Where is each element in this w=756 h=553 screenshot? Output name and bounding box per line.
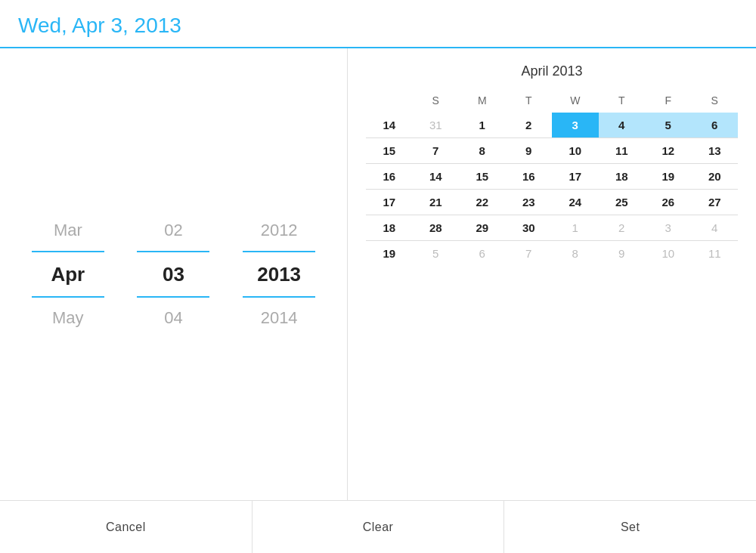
calendar-week-row: 19567891011 bbox=[366, 241, 738, 267]
calendar-day[interactable]: 5 bbox=[413, 241, 460, 267]
day-below[interactable]: 04 bbox=[128, 296, 218, 340]
calendar-header-row: S M T W T F S bbox=[366, 91, 738, 113]
day-spinner[interactable]: 02 03 04 bbox=[128, 209, 218, 340]
calendar-day[interactable]: 27 bbox=[692, 190, 739, 215]
calendar-grid: S M T W T F S 14311234561578910111213161… bbox=[366, 91, 738, 266]
calendar-day[interactable]: 14 bbox=[413, 164, 460, 190]
cancel-button[interactable]: Cancel bbox=[0, 501, 253, 553]
calendar-day[interactable]: 28 bbox=[413, 215, 460, 241]
week-number: 15 bbox=[366, 138, 413, 164]
week-num-header bbox=[366, 91, 413, 113]
calendar-day[interactable]: 24 bbox=[552, 190, 599, 215]
month-above[interactable]: Mar bbox=[23, 209, 113, 252]
calendar-day[interactable]: 19 bbox=[645, 164, 692, 190]
weekday-sat: S bbox=[692, 91, 739, 113]
weekday-tue: T bbox=[506, 91, 553, 113]
date-spinner[interactable]: Mar Apr May 02 03 04 2012 2013 2014 bbox=[0, 48, 348, 500]
weekday-wed: W bbox=[552, 91, 599, 113]
footer: Cancel Clear Set bbox=[0, 500, 756, 553]
calendar-day[interactable]: 12 bbox=[645, 138, 692, 164]
set-button[interactable]: Set bbox=[504, 501, 756, 553]
calendar-day[interactable]: 10 bbox=[645, 241, 692, 267]
calendar-day[interactable]: 4 bbox=[599, 113, 646, 138]
calendar-day[interactable]: 21 bbox=[413, 190, 460, 215]
calendar-day[interactable]: 9 bbox=[506, 138, 553, 164]
year-selected[interactable]: 2013 bbox=[234, 252, 324, 296]
calendar-section: April 2013 S M T W T F S 143112345615789… bbox=[348, 48, 756, 500]
calendar-day[interactable]: 23 bbox=[506, 190, 553, 215]
calendar-day[interactable]: 2 bbox=[599, 215, 646, 241]
calendar-day[interactable]: 8 bbox=[552, 241, 599, 267]
calendar-day[interactable]: 6 bbox=[459, 241, 506, 267]
date-header: Wed, Apr 3, 2013 bbox=[0, 0, 756, 48]
calendar-day[interactable]: 25 bbox=[599, 190, 646, 215]
month-spinner[interactable]: Mar Apr May bbox=[23, 209, 113, 340]
year-above[interactable]: 2012 bbox=[234, 209, 324, 252]
week-number: 16 bbox=[366, 164, 413, 190]
weekday-sun: S bbox=[413, 91, 460, 113]
year-spinner[interactable]: 2012 2013 2014 bbox=[234, 209, 324, 340]
calendar-day[interactable]: 10 bbox=[552, 138, 599, 164]
calendar-day[interactable]: 3 bbox=[645, 215, 692, 241]
calendar-day[interactable]: 6 bbox=[692, 113, 739, 138]
calendar-week-row: 182829301234 bbox=[366, 215, 738, 241]
calendar-day[interactable]: 7 bbox=[506, 241, 553, 267]
selected-date-display: Wed, Apr 3, 2013 bbox=[18, 14, 181, 37]
week-number: 14 bbox=[366, 113, 413, 138]
calendar-day[interactable]: 29 bbox=[459, 215, 506, 241]
calendar-week-row: 1578910111213 bbox=[366, 138, 738, 164]
calendar-day[interactable]: 18 bbox=[599, 164, 646, 190]
calendar-day[interactable]: 9 bbox=[599, 241, 646, 267]
calendar-day[interactable]: 31 bbox=[413, 113, 460, 138]
calendar-week-row: 1614151617181920 bbox=[366, 164, 738, 190]
week-number: 17 bbox=[366, 190, 413, 215]
weekday-mon: M bbox=[459, 91, 506, 113]
year-below[interactable]: 2014 bbox=[234, 296, 324, 340]
calendar-day[interactable]: 17 bbox=[552, 164, 599, 190]
calendar-week-row: 1431123456 bbox=[366, 113, 738, 138]
day-selected[interactable]: 03 bbox=[128, 252, 218, 296]
calendar-day[interactable]: 13 bbox=[692, 138, 739, 164]
calendar-day[interactable]: 5 bbox=[645, 113, 692, 138]
calendar-day[interactable]: 22 bbox=[459, 190, 506, 215]
calendar-day[interactable]: 4 bbox=[692, 215, 739, 241]
calendar-day[interactable]: 20 bbox=[692, 164, 739, 190]
calendar-day[interactable]: 1 bbox=[552, 215, 599, 241]
main-content: Mar Apr May 02 03 04 2012 2013 2014 Apri… bbox=[0, 48, 756, 500]
calendar-month-year: April 2013 bbox=[366, 63, 738, 79]
weekday-thu: T bbox=[599, 91, 646, 113]
calendar-day[interactable]: 30 bbox=[506, 215, 553, 241]
calendar-day[interactable]: 7 bbox=[413, 138, 460, 164]
calendar-day[interactable]: 11 bbox=[599, 138, 646, 164]
calendar-day[interactable]: 16 bbox=[506, 164, 553, 190]
calendar-week-row: 1721222324252627 bbox=[366, 190, 738, 215]
day-above[interactable]: 02 bbox=[128, 209, 218, 252]
spinner-container: Mar Apr May 02 03 04 2012 2013 2014 bbox=[15, 209, 332, 340]
clear-button[interactable]: Clear bbox=[253, 501, 505, 553]
week-number: 18 bbox=[366, 215, 413, 241]
week-number: 19 bbox=[366, 241, 413, 267]
weekday-fri: F bbox=[645, 91, 692, 113]
calendar-day[interactable]: 11 bbox=[692, 241, 739, 267]
calendar-day[interactable]: 3 bbox=[552, 113, 599, 138]
calendar-day[interactable]: 1 bbox=[459, 113, 506, 138]
month-below[interactable]: May bbox=[23, 296, 113, 340]
month-selected[interactable]: Apr bbox=[23, 252, 113, 296]
calendar-day[interactable]: 26 bbox=[645, 190, 692, 215]
calendar-day[interactable]: 8 bbox=[459, 138, 506, 164]
calendar-day[interactable]: 15 bbox=[459, 164, 506, 190]
calendar-day[interactable]: 2 bbox=[506, 113, 553, 138]
